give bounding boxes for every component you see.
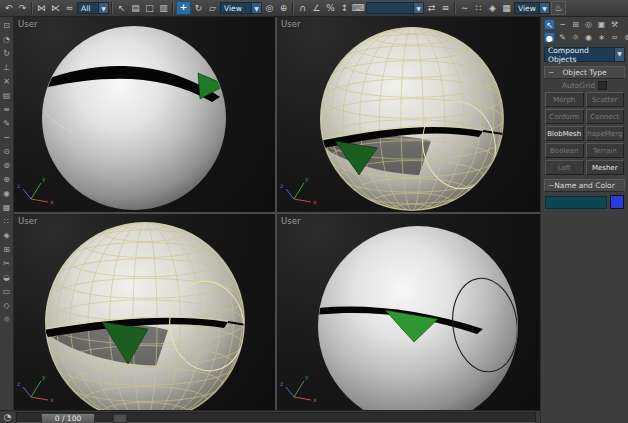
cross-tool-icon[interactable]: ⊕ xyxy=(3,175,10,184)
undo-icon[interactable]: ↶ xyxy=(2,2,15,14)
redo-icon[interactable]: ↷ xyxy=(16,2,29,14)
angle-snap-icon[interactable]: ∠ xyxy=(310,2,323,14)
system-tool-icon[interactable]: ⊚ xyxy=(3,161,10,170)
helpers-subtab[interactable]: ∗ xyxy=(596,32,607,43)
mirror-icon[interactable]: ⇄ xyxy=(425,2,438,14)
draw-tool-icon[interactable]: ✎ xyxy=(3,119,10,128)
quick-render-icon[interactable]: ♨ xyxy=(551,1,566,15)
chevron-down-icon[interactable]: ▼ xyxy=(251,3,261,13)
shapemerge-button: ShapeMerge xyxy=(586,126,625,141)
time-config-icon[interactable]: ◔ xyxy=(3,35,10,44)
select-and-link-icon[interactable]: ⋈ xyxy=(35,2,48,14)
viewport-label: User xyxy=(18,216,37,226)
snowflake-tool-icon[interactable]: ✕ xyxy=(3,77,10,86)
command-panel-tabs: ↖∼⊞◎▣⚒ xyxy=(541,17,628,30)
object-type-rollout-header[interactable]: − Object Type xyxy=(544,66,625,79)
window-crossing-icon[interactable]: ▥ xyxy=(157,2,170,14)
percent-snap-icon[interactable]: % xyxy=(324,2,337,14)
viewport-label: User xyxy=(281,19,300,29)
hierarchy-tab[interactable]: ⊞ xyxy=(570,19,581,30)
unlink-selection-icon[interactable]: ⋉ xyxy=(49,2,62,14)
time-slider-handle[interactable]: 0 / 100 xyxy=(41,413,95,423)
time-slider-next-button[interactable] xyxy=(113,414,127,423)
select-and-scale-icon[interactable]: ▱ xyxy=(206,2,219,14)
array-tool-icon[interactable]: ∷ xyxy=(4,217,9,226)
diamond-tool-icon[interactable]: ◇ xyxy=(3,301,9,310)
object-color-swatch[interactable] xyxy=(610,195,624,209)
cut-tool-icon[interactable]: ✂ xyxy=(3,259,10,268)
grid-tool-icon[interactable]: ▦ xyxy=(3,203,11,212)
select-by-name-icon[interactable]: ▤ xyxy=(129,2,142,14)
viewport-bottom-right[interactable]: Userxyz xyxy=(277,214,540,410)
reference-coordinate-dropdown[interactable]: View▼ xyxy=(220,2,262,14)
name-color-rollout-header[interactable]: − Name and Color xyxy=(544,179,625,192)
lock-selection-icon[interactable]: ⊡ xyxy=(3,21,10,30)
cameras-subtab[interactable]: ◉ xyxy=(583,32,594,43)
viewport-top-left[interactable]: Userxyz xyxy=(14,17,275,212)
axis-z-label: z xyxy=(17,182,20,189)
viewport-top-right[interactable]: Userxyz xyxy=(277,17,540,212)
time-slider-track[interactable]: 0 / 100 xyxy=(16,412,536,423)
layer-list-icon[interactable]: ≡ xyxy=(3,105,10,114)
category-dropdown[interactable]: Compound Objects ▼ xyxy=(544,47,625,62)
viewport-canvas: xyz xyxy=(14,17,275,212)
selection-filter-dropdown[interactable]: All▼ xyxy=(77,2,109,14)
material-editor-icon[interactable]: ◈ xyxy=(486,2,499,14)
chevron-down-icon[interactable]: ▼ xyxy=(413,3,423,13)
use-pivot-center-icon[interactable]: ◎ xyxy=(263,2,276,14)
geometry-subtab[interactable]: ● xyxy=(544,32,555,43)
mesher-button[interactable]: Mesher xyxy=(586,160,625,175)
create-tab[interactable]: ↖ xyxy=(544,19,555,30)
lights-subtab[interactable]: ☼ xyxy=(570,32,581,43)
select-object-icon[interactable]: ↖ xyxy=(115,2,128,14)
curve-editor-icon[interactable]: ∼ xyxy=(458,2,471,14)
autogrid-checkbox[interactable] xyxy=(598,81,607,90)
bind-to-space-warp-icon[interactable]: ≈ xyxy=(63,2,76,14)
display-tab[interactable]: ▣ xyxy=(596,19,607,30)
selection-region-icon[interactable]: □ xyxy=(143,2,156,14)
normal-align-icon[interactable]: ⊥ xyxy=(3,63,10,72)
region-tool-icon[interactable]: ▭ xyxy=(3,287,11,296)
curve-tool-icon[interactable]: ∼ xyxy=(3,133,10,142)
material-tool-icon[interactable]: ◈ xyxy=(3,231,9,240)
object-type-rollout-title: Object Type xyxy=(562,68,606,77)
blobmesh-button[interactable]: BlobMesh xyxy=(545,126,584,141)
motion-tab[interactable]: ◎ xyxy=(583,19,594,30)
named-selection-sets-dropdown[interactable]: ▼ xyxy=(366,2,424,14)
space-warps-subtab[interactable]: ≈ xyxy=(609,32,620,43)
align-icon[interactable]: ≡ xyxy=(439,2,452,14)
add-grid-icon[interactable]: ⊞ xyxy=(3,245,10,254)
command-panel: ↖∼⊞◎▣⚒ ●✎☼◉∗≈⊚ Compound Objects ▼ − Obje… xyxy=(540,17,628,423)
utilities-tab[interactable]: ⚒ xyxy=(609,19,620,30)
center-tool-icon[interactable]: ⊙ xyxy=(3,147,10,156)
reference-coordinate-dropdown-value: View xyxy=(224,4,251,13)
keyboard-override-icon[interactable]: ⌨ xyxy=(352,2,365,14)
shapes-subtab[interactable]: ✎ xyxy=(557,32,568,43)
selection-filter-dropdown-value: All xyxy=(81,4,98,13)
systems-subtab[interactable]: ⊚ xyxy=(622,32,628,43)
target-tool-icon[interactable]: ◉ xyxy=(3,189,10,198)
axis-tripod-icon: xyz xyxy=(17,373,54,403)
viewport-bottom-left[interactable]: Userxyz xyxy=(14,214,275,410)
select-and-manipulate-icon[interactable]: ⊕ xyxy=(277,2,290,14)
light-tool-icon[interactable]: ☼ xyxy=(3,315,10,324)
chevron-down-icon[interactable]: ▼ xyxy=(98,3,108,13)
select-and-move-icon[interactable]: + xyxy=(176,1,191,15)
chevron-down-icon[interactable]: ▼ xyxy=(539,3,549,13)
named-selections-icon[interactable]: ▤ xyxy=(3,91,11,100)
chevron-down-icon[interactable]: ▼ xyxy=(614,48,624,61)
schematic-view-icon[interactable]: ∷ xyxy=(472,2,485,14)
axis-x-label: x xyxy=(313,396,317,403)
object-name-input[interactable] xyxy=(545,196,607,209)
render-setup-icon[interactable]: ▦ xyxy=(500,2,513,14)
render-view-dropdown[interactable]: View▼ xyxy=(514,2,550,14)
rotate-view-icon[interactable]: ↻ xyxy=(3,49,10,58)
modify-tab[interactable]: ∼ xyxy=(557,19,568,30)
set-key-mode-icon[interactable]: ◔ xyxy=(1,411,14,423)
spinner-snap-icon[interactable]: ↕ xyxy=(338,2,351,14)
scatter-button: Scatter xyxy=(586,92,625,107)
shade-tool-icon[interactable]: ◒ xyxy=(3,273,10,282)
snap-toggle-icon[interactable]: ∩ xyxy=(296,2,309,14)
viewport-label: User xyxy=(18,19,37,29)
select-and-rotate-icon[interactable]: ↻ xyxy=(192,2,205,14)
